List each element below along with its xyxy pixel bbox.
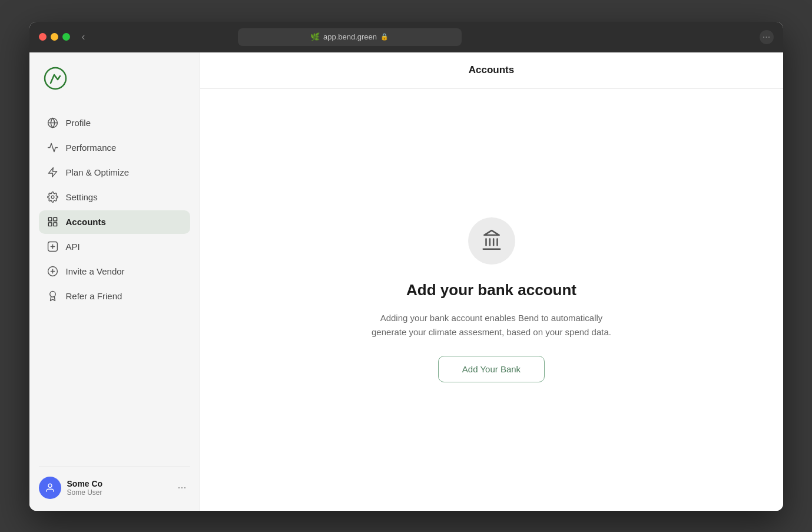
more-options-button[interactable]: ··· bbox=[760, 30, 774, 44]
bank-icon bbox=[480, 229, 503, 253]
performance-icon bbox=[47, 142, 59, 154]
nav-menu: Profile Performance bbox=[39, 111, 190, 467]
page-title: Accounts bbox=[469, 64, 514, 76]
user-name: Some User bbox=[67, 488, 168, 497]
sidebar-item-label: Refer a Friend bbox=[66, 291, 122, 301]
close-button[interactable] bbox=[39, 33, 47, 41]
sidebar-item-label: Accounts bbox=[66, 217, 106, 227]
traffic-lights bbox=[39, 33, 70, 41]
bank-icon-container bbox=[468, 217, 515, 265]
logo bbox=[39, 64, 190, 95]
ellipsis-icon: ··· bbox=[763, 32, 770, 42]
sidebar-item-invite-vendor[interactable]: Invite a Vendor bbox=[39, 260, 190, 283]
sidebar-item-label: Settings bbox=[66, 192, 98, 202]
add-bank-button[interactable]: Add Your Bank bbox=[438, 356, 545, 382]
sidebar-item-settings[interactable]: Settings bbox=[39, 186, 190, 209]
ribbon-icon bbox=[47, 290, 59, 302]
sidebar-item-label: Plan & Optimize bbox=[66, 167, 130, 177]
svg-rect-6 bbox=[54, 217, 57, 221]
sidebar-item-profile[interactable]: Profile bbox=[39, 111, 190, 135]
globe-icon bbox=[47, 117, 59, 129]
company-name: Some Co bbox=[67, 479, 168, 488]
sidebar-item-label: Profile bbox=[66, 118, 91, 128]
svg-rect-5 bbox=[48, 217, 52, 221]
user-more-button[interactable]: ··· bbox=[174, 479, 190, 496]
avatar bbox=[39, 477, 61, 499]
main-body: Add your bank account Adding your bank a… bbox=[200, 89, 783, 511]
back-button[interactable]: ‹ bbox=[82, 31, 85, 43]
svg-rect-7 bbox=[54, 223, 57, 226]
app-layout: Profile Performance bbox=[29, 52, 783, 511]
grid-icon bbox=[47, 216, 59, 228]
sidebar-item-plan-optimize[interactable]: Plan & Optimize bbox=[39, 161, 190, 184]
sidebar-item-refer-friend[interactable]: Refer a Friend bbox=[39, 285, 190, 308]
sidebar-item-performance[interactable]: Performance bbox=[39, 136, 190, 160]
gear-icon bbox=[47, 191, 59, 203]
sidebar-footer: Some Co Some User ··· bbox=[39, 467, 190, 499]
browser-chrome: ‹ 🌿 app.bend.green 🔒 ··· bbox=[29, 22, 783, 52]
sidebar-item-api[interactable]: API bbox=[39, 235, 190, 259]
lock-icon: 🔒 bbox=[380, 33, 389, 41]
site-icon: 🌿 bbox=[310, 32, 320, 41]
browser-window: ‹ 🌿 app.bend.green 🔒 ··· bbox=[29, 22, 783, 511]
svg-point-16 bbox=[48, 484, 52, 487]
svg-point-15 bbox=[50, 292, 56, 298]
bolt-icon bbox=[47, 167, 59, 179]
minimize-button[interactable] bbox=[51, 33, 58, 41]
svg-rect-8 bbox=[48, 223, 52, 226]
api-icon bbox=[47, 241, 59, 253]
user-info: Some Co Some User bbox=[67, 479, 168, 497]
url-text: app.bend.green bbox=[323, 32, 377, 41]
main-header: Accounts bbox=[200, 52, 783, 89]
sidebar-item-label: API bbox=[66, 242, 80, 252]
svg-marker-3 bbox=[48, 168, 57, 177]
svg-point-0 bbox=[45, 68, 66, 89]
address-bar[interactable]: 🌿 app.bend.green 🔒 bbox=[238, 28, 462, 46]
svg-point-4 bbox=[51, 196, 54, 199]
sidebar-item-accounts[interactable]: Accounts bbox=[39, 210, 190, 234]
plus-circle-icon bbox=[47, 266, 59, 277]
empty-state-title: Add your bank account bbox=[406, 281, 576, 299]
sidebar-item-label: Performance bbox=[66, 143, 117, 153]
maximize-button[interactable] bbox=[62, 33, 70, 41]
empty-state-description: Adding your bank account enables Bend to… bbox=[368, 311, 615, 339]
main-content: Accounts Add your ba bbox=[200, 52, 783, 511]
svg-marker-22 bbox=[484, 230, 499, 235]
sidebar: Profile Performance bbox=[29, 52, 200, 511]
sidebar-item-label: Invite a Vendor bbox=[66, 266, 125, 276]
ellipsis-icon: ··· bbox=[177, 481, 186, 493]
